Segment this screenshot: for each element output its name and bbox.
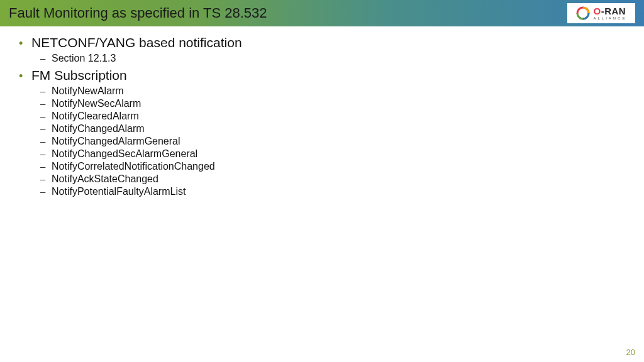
page-number: 20 <box>626 348 635 357</box>
bullet-list: • NETCONF/YANG based notification –Secti… <box>18 35 626 197</box>
oran-logo: O-RAN ALLIANCE <box>567 3 635 23</box>
oran-logo-text: O-RAN ALLIANCE <box>593 6 626 20</box>
sub-list: –Section 12.1.3 <box>18 53 626 64</box>
bullet-label: NETCONF/YANG based notification <box>31 35 242 50</box>
sub-item: –NotifyNewAlarm <box>40 85 626 97</box>
oran-logo-main: O-RAN <box>593 6 626 16</box>
title-bar: Fault Monitoring as specified in TS 28.5… <box>0 0 644 26</box>
sub-item: –NotifyChangedSecAlarmGeneral <box>40 148 626 160</box>
oran-logo-sub: ALLIANCE <box>593 16 626 20</box>
sub-item: –NotifyChangedAlarmGeneral <box>40 136 626 147</box>
sub-item: –NotifyChangedAlarm <box>40 123 626 134</box>
slide-content: • NETCONF/YANG based notification –Secti… <box>0 26 644 197</box>
bullet-label: FM Subscription <box>31 68 127 83</box>
sub-item: –NotifyNewSecAlarm <box>40 98 626 109</box>
sub-item: –NotifyCorrelatedNotificationChanged <box>40 161 626 172</box>
bullet-icon: • <box>18 37 31 50</box>
slide-title: Fault Monitoring as specified in TS 28.5… <box>9 5 267 21</box>
sub-item: –NotifyAckStateChanged <box>40 173 626 185</box>
oran-logo-icon <box>575 6 591 21</box>
slide: Fault Monitoring as specified in TS 28.5… <box>0 0 644 362</box>
sub-item: –NotifyClearedAlarm <box>40 111 626 122</box>
sub-list: –NotifyNewAlarm –NotifyNewSecAlarm –Noti… <box>18 85 626 197</box>
bullet-item: • NETCONF/YANG based notification –Secti… <box>18 35 626 64</box>
sub-item: –NotifyPotentialFaultyAlarmList <box>40 186 626 197</box>
bullet-icon: • <box>18 70 31 83</box>
sub-item: –Section 12.1.3 <box>40 53 626 64</box>
bullet-item: • FM Subscription –NotifyNewAlarm –Notif… <box>18 68 626 197</box>
